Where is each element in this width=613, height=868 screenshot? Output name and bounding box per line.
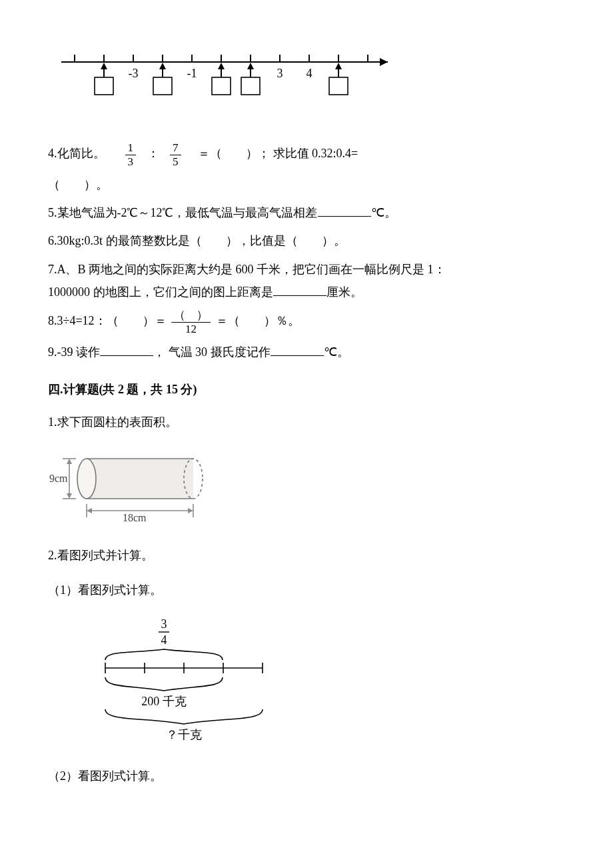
- nl-blank-box: [329, 63, 348, 95]
- question-8: 8.3÷4=12：（ ）＝ （ ） 12 ＝（ ）％。: [48, 309, 565, 335]
- nl-blank-box: [95, 63, 113, 95]
- blank-input: [100, 343, 153, 356]
- svg-marker-30: [335, 63, 342, 69]
- question-5: 5.某地气温为-2℃～12℃，最低气温与最高气温相差℃。: [48, 201, 565, 224]
- q4-prefix: 4.化简比。: [48, 147, 105, 160]
- svg-text:18cm: 18cm: [123, 512, 147, 523]
- svg-text:4: 4: [306, 67, 312, 80]
- svg-marker-46: [87, 508, 92, 513]
- svg-marker-36: [67, 493, 72, 499]
- svg-text:-1: -1: [187, 67, 197, 80]
- calc-q2-2: （2）看图列式计算。: [48, 765, 565, 787]
- svg-rect-19: [95, 77, 113, 95]
- svg-text:9cm: 9cm: [49, 473, 68, 484]
- fraction-blank-12: （ ） 12: [171, 309, 211, 335]
- brace-figure-1: 3 4 200 千克 ？千克: [92, 616, 565, 750]
- nl-blank-box: [153, 63, 172, 95]
- blank-input: [273, 283, 326, 296]
- svg-marker-24: [218, 63, 225, 69]
- question-7-line2: 1000000 的地图上，它们之间的图上距离是厘米。: [48, 281, 565, 303]
- svg-rect-38: [87, 459, 193, 499]
- svg-rect-22: [153, 77, 172, 95]
- q4-line2: （ ）。: [48, 173, 565, 196]
- svg-marker-18: [101, 63, 107, 69]
- svg-marker-27: [247, 63, 254, 69]
- svg-marker-47: [188, 508, 193, 513]
- question-4: 4.化简比。 1 3 ： 7 5 ＝（ ）； 求比值 0.32:0.4=: [48, 141, 565, 168]
- fraction-7-5: 7 5: [170, 141, 181, 168]
- section-4-title: 四.计算题(共 2 题，共 15 分): [48, 378, 565, 401]
- svg-text:-3: -3: [129, 67, 139, 80]
- svg-text:3: 3: [161, 617, 167, 631]
- calc-q2-1: （1）看图列式计算。: [48, 579, 565, 601]
- svg-text:4: 4: [161, 633, 167, 647]
- calc-q2: 2.看图列式并计算。: [48, 544, 565, 567]
- svg-text:200 千克: 200 千克: [141, 695, 187, 708]
- svg-rect-31: [329, 77, 348, 95]
- svg-point-39: [77, 459, 96, 499]
- svg-marker-21: [159, 63, 166, 69]
- nl-blank-box: [212, 63, 231, 95]
- nl-blank-box: [241, 63, 260, 95]
- cylinder-figure: 9cm 18cm: [48, 445, 565, 525]
- number-line-svg: -3 -1 3 4: [48, 39, 408, 112]
- svg-marker-1: [380, 58, 388, 66]
- fraction-1-3: 1 3: [125, 141, 137, 168]
- svg-marker-35: [67, 459, 72, 464]
- number-line-figure: -3 -1 3 4: [48, 39, 565, 112]
- blank-input: [271, 343, 324, 356]
- question-7-line1: 7.A、B 两地之间的实际距离大约是 600 千米，把它们画在一幅比例尺是 1：: [48, 258, 565, 281]
- blank-input: [318, 203, 371, 217]
- question-6: 6.30kg:0.3t 的最简整数比是（ ），比值是（ ）。: [48, 229, 565, 252]
- svg-text:？千克: ？千克: [166, 728, 202, 741]
- svg-text:3: 3: [277, 67, 283, 80]
- svg-rect-28: [241, 77, 260, 95]
- calc-q1: 1.求下面圆柱的表面积。: [48, 411, 565, 433]
- question-9: 9.-39 读作， 气温 30 摄氏度记作℃。: [48, 341, 565, 363]
- svg-rect-25: [212, 77, 231, 95]
